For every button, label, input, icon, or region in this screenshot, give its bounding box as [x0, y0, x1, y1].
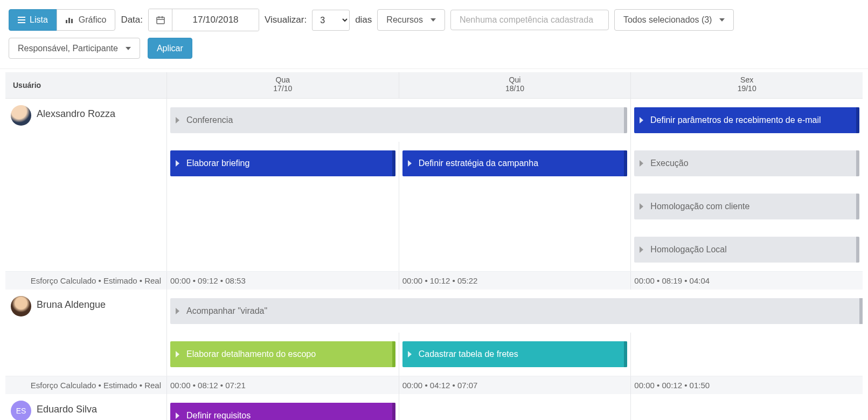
- svg-rect-2: [71, 19, 73, 23]
- svg-rect-3: [157, 17, 164, 24]
- competencia-input-wrap[interactable]: [450, 10, 609, 30]
- caret-icon: [430, 18, 436, 22]
- aplicar-button[interactable]: Aplicar: [148, 38, 192, 59]
- day-header-2: Sex 19/10: [631, 72, 863, 98]
- user-name: Bruna Aldengue: [37, 296, 106, 311]
- day-cell: Definir estratégia da campanha: [399, 142, 631, 185]
- grafico-label: Gráfico: [79, 15, 107, 25]
- task-label: Conferencia: [186, 115, 233, 125]
- task-bar[interactable]: Definir estratégia da campanha: [402, 150, 628, 176]
- calendar-icon[interactable]: [149, 9, 172, 31]
- user-row: Alexsandro RozzaConferenciaDefinir parâm…: [5, 99, 863, 271]
- play-icon: [408, 160, 412, 167]
- task-bar[interactable]: Cadastrar tabela de fretes: [402, 341, 628, 367]
- day-cell: Elaborar briefing: [167, 142, 399, 185]
- play-icon: [176, 308, 179, 314]
- task-bar[interactable]: Acompanhar "virada": [170, 298, 863, 324]
- user-name: Alexsandro Rozza: [37, 105, 115, 120]
- day-cell: Definir requisitos: [167, 394, 399, 420]
- user-column-header: Usuário: [5, 72, 167, 98]
- effort-value: 00:00 • 09:12 • 08:53: [167, 272, 399, 290]
- recursos-label: Recursos: [386, 15, 423, 25]
- days-unit: dias: [355, 15, 372, 25]
- days-select[interactable]: 3: [312, 10, 350, 31]
- aplicar-label: Aplicar: [157, 43, 183, 53]
- user-name: Eduardo Silva: [37, 401, 97, 415]
- effort-label: Esforço Calculado • Estimado • Real: [5, 272, 167, 290]
- selected-dropdown[interactable]: Todos selecionados (3): [614, 9, 734, 30]
- day-header-0: Qua 17/10: [167, 72, 399, 98]
- task-label: Execução: [650, 159, 688, 168]
- play-icon: [408, 351, 412, 357]
- task-bar[interactable]: Elaborar briefing: [170, 150, 395, 176]
- visualizar-label: Visualizar:: [265, 15, 307, 25]
- list-icon: [18, 17, 25, 23]
- play-icon: [640, 160, 643, 167]
- task-label: Elaborar detalhamento do escopo: [186, 349, 316, 359]
- selected-label: Todos selecionados (3): [623, 15, 712, 25]
- task-label: Definir parâmetros de recebimento de e-m…: [650, 115, 821, 125]
- avatar: [11, 296, 31, 316]
- task-bar[interactable]: Elaborar detalhamento do escopo: [170, 341, 395, 367]
- task-bar[interactable]: Definir requisitos: [170, 403, 395, 420]
- task-endmark: [859, 298, 863, 324]
- task-endmark: [856, 194, 859, 219]
- recursos-dropdown[interactable]: Recursos: [377, 9, 445, 30]
- day-cell: [631, 394, 863, 420]
- chart-icon: [66, 17, 74, 23]
- day-cell: Execução: [631, 142, 863, 185]
- task-bar[interactable]: Homologação Local: [634, 237, 859, 263]
- task-endmark: [392, 150, 395, 176]
- task-endmark: [856, 107, 859, 133]
- user-cell: ESEduardo Silva: [5, 394, 167, 420]
- day-cell: Homologação com cliente: [631, 185, 863, 228]
- effort-value: 00:00 • 08:12 • 07:21: [167, 376, 399, 394]
- day-cell: [167, 185, 399, 228]
- day-cell-span: Acompanhar "virada": [167, 290, 863, 333]
- task-endmark: [392, 341, 395, 367]
- user-row: ESEduardo SilvaDefinir requisitos: [5, 394, 863, 420]
- task-label: Definir requisitos: [186, 411, 251, 420]
- task-label: Homologação Local: [650, 245, 726, 254]
- task-label: Homologação com cliente: [650, 202, 749, 211]
- responsavel-dropdown[interactable]: Responsável, Participante: [9, 38, 140, 59]
- responsavel-label: Responsável, Participante: [18, 43, 118, 53]
- effort-value: 00:00 • 08:19 • 04:04: [631, 272, 863, 290]
- day-header-1: Qui 18/10: [399, 72, 631, 98]
- date-input[interactable]: [172, 9, 259, 31]
- date-picker: [148, 9, 259, 31]
- effort-row: Esforço Calculado • Estimado • Real00:00…: [5, 271, 863, 290]
- day-cell: [167, 228, 399, 271]
- effort-label: Esforço Calculado • Estimado • Real: [5, 376, 167, 394]
- svg-rect-1: [68, 18, 70, 23]
- view-toggle: Lista Gráfico: [9, 9, 115, 30]
- task-endmark: [624, 150, 627, 176]
- user-row: Bruna AldengueAcompanhar "virada"Elabora…: [5, 290, 863, 376]
- day-cell: Definir parâmetros de recebimento de e-m…: [631, 99, 863, 142]
- user-cell: Alexsandro Rozza: [5, 99, 167, 271]
- task-endmark: [392, 403, 395, 420]
- task-label: Acompanhar "virada": [186, 306, 267, 316]
- task-bar[interactable]: Execução: [634, 150, 859, 176]
- day-cell: Elaborar detalhamento do escopo: [167, 333, 399, 376]
- day-cell: [399, 394, 631, 420]
- svg-rect-0: [66, 20, 67, 23]
- lista-button[interactable]: Lista: [9, 9, 57, 30]
- task-label: Definir estratégia da campanha: [419, 159, 538, 168]
- lista-label: Lista: [30, 15, 48, 25]
- competencia-input[interactable]: [460, 15, 600, 25]
- task-bar[interactable]: Homologação com cliente: [634, 194, 859, 219]
- task-endmark: [856, 237, 859, 263]
- day-cell-span: Conferencia: [167, 99, 631, 142]
- effort-row: Esforço Calculado • Estimado • Real00:00…: [5, 376, 863, 394]
- grid-header: Usuário Qua 17/10 Qui 18/10 Sex 19/10: [5, 72, 863, 99]
- play-icon: [176, 117, 179, 123]
- play-icon: [640, 203, 643, 210]
- schedule-grid: Usuário Qua 17/10 Qui 18/10 Sex 19/10 Al…: [5, 72, 863, 420]
- day-cell: [399, 185, 631, 228]
- task-endmark: [856, 150, 859, 176]
- task-bar[interactable]: Conferencia: [170, 107, 627, 133]
- grafico-button[interactable]: Gráfico: [57, 9, 116, 30]
- task-bar[interactable]: Definir parâmetros de recebimento de e-m…: [634, 107, 859, 133]
- user-cell: Bruna Aldengue: [5, 290, 167, 376]
